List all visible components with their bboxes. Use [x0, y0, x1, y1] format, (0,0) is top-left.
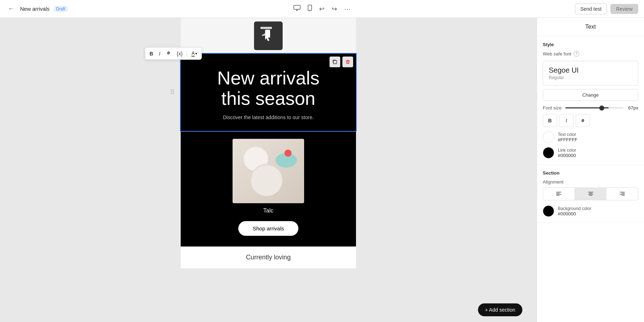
currently-loving-title: Currently loving: [191, 254, 345, 261]
font-size-slider[interactable]: [565, 107, 623, 108]
desktop-view-button[interactable]: [291, 4, 303, 14]
product-section: Talc Shop arrivals: [181, 131, 356, 247]
doc-title: New arrivals: [20, 6, 50, 12]
text-color-swatch[interactable]: [543, 131, 554, 143]
bg-color-hex: #000000: [558, 211, 591, 216]
link-color-swatch[interactable]: [543, 147, 554, 158]
copy-block-button[interactable]: [330, 57, 340, 67]
svg-rect-0: [294, 5, 300, 9]
font-style: Regular: [549, 75, 632, 80]
mobile-view-button[interactable]: [306, 3, 314, 14]
svg-rect-6: [333, 60, 337, 64]
more-options-button[interactable]: ⋯: [342, 4, 353, 14]
info-icon[interactable]: ?: [574, 51, 579, 57]
text-color-label: Text color: [558, 132, 577, 137]
align-right-icon: [619, 191, 625, 196]
canvas-area: B I {x} A ▾: [0, 18, 537, 322]
link-color-info: Link color #000000: [558, 148, 576, 158]
italic-toolbar-button[interactable]: I: [157, 49, 162, 58]
email-subtext[interactable]: Discover the latest additions to our sto…: [191, 114, 345, 120]
link-color-hex: #000000: [558, 153, 576, 158]
align-right-button[interactable]: [606, 187, 638, 200]
align-left-button[interactable]: [543, 187, 575, 200]
color-toolbar-dropdown[interactable]: A ▾: [189, 49, 199, 58]
header-logo-box: [254, 21, 283, 50]
product-image: [233, 139, 304, 203]
font-size-row: Font size 67px: [543, 105, 638, 111]
text-color-row: Text color #FFFFFF: [543, 131, 638, 143]
svg-rect-5: [260, 27, 272, 29]
format-buttons: B I: [543, 114, 638, 127]
bg-color-info: Background color #000000: [558, 206, 591, 216]
alignment-label: Alignment: [543, 179, 638, 185]
font-size-value: 67px: [627, 105, 638, 111]
link-color-row: Link color #000000: [543, 147, 638, 158]
font-size-label: Font size: [543, 105, 562, 111]
section-settings: Section Alignment: [537, 165, 644, 223]
draft-badge: Draft: [53, 6, 68, 12]
italic-format-button[interactable]: I: [559, 114, 574, 127]
main-layout: B I {x} A ▾: [0, 18, 644, 322]
dropdown-arrow: ▾: [195, 52, 197, 55]
add-section-button[interactable]: + Add section: [478, 303, 522, 316]
link-color-label: Link color: [558, 148, 576, 153]
copy-icon: [332, 59, 337, 64]
product-name: Talc: [263, 208, 273, 214]
block-drag-handle[interactable]: ⠿: [170, 88, 175, 96]
text-formatting-toolbar: B I {x} A ▾: [145, 47, 202, 60]
shop-arrivals-button[interactable]: Shop arrivals: [238, 221, 298, 236]
bold-format-button[interactable]: B: [543, 114, 557, 127]
redo-button[interactable]: ↪: [330, 4, 339, 14]
link-format-button[interactable]: [576, 114, 590, 127]
header-logo-icon: [259, 26, 278, 46]
delete-block-button[interactable]: [342, 57, 353, 67]
web-safe-font-label: Web safe font: [543, 51, 571, 57]
topbar-center: ↩ ↪ ⋯: [291, 3, 353, 14]
variable-toolbar-button[interactable]: {x}: [175, 49, 185, 58]
topbar-left: ← New arrivals Draft: [6, 4, 287, 14]
email-container: ⠿ New arrivals: [181, 18, 356, 268]
panel-title: Text: [537, 18, 644, 36]
toolbar-divider: [187, 50, 187, 57]
bg-color-label: Background color: [558, 206, 591, 211]
topbar-right: Send test Review: [357, 4, 638, 14]
alignment-buttons: [543, 187, 638, 200]
align-center-button[interactable]: [575, 187, 607, 200]
section-title-label: Section: [543, 170, 638, 176]
desktop-icon: [293, 5, 301, 11]
align-center-icon: [588, 191, 594, 196]
text-color-hex: #FFFFFF: [558, 137, 577, 142]
undo-button[interactable]: ↩: [317, 4, 327, 14]
trash-icon: [345, 59, 350, 64]
send-test-button[interactable]: Send test: [575, 4, 607, 14]
main-content-block[interactable]: ⠿ New arrivals: [181, 54, 356, 131]
right-panel: Text Style Web safe font ? Segoe UI Regu…: [537, 18, 644, 322]
bg-color-row: Background color #000000: [543, 205, 638, 217]
topbar: ← New arrivals Draft ↩ ↪ ⋯ Send test Rev…: [0, 0, 644, 18]
review-button[interactable]: Review: [610, 4, 638, 14]
link-format-icon: [580, 118, 585, 123]
font-preview-box: Segoe UI Regular: [543, 61, 638, 86]
back-button[interactable]: ←: [6, 4, 16, 14]
email-header: [181, 18, 356, 54]
block-actions: [330, 57, 353, 67]
text-color-info: Text color #FFFFFF: [558, 132, 577, 142]
style-section: Style Web safe font ? Segoe UI Regular C…: [537, 36, 644, 165]
link-icon: [166, 50, 171, 55]
change-font-button[interactable]: Change: [543, 89, 638, 101]
style-section-title: Style: [543, 42, 638, 47]
link-toolbar-button[interactable]: [164, 49, 173, 58]
color-a-label: A: [191, 50, 195, 57]
web-safe-font-row: Web safe font ?: [543, 51, 638, 57]
bold-toolbar-button[interactable]: B: [147, 49, 155, 58]
currently-loving-section: Currently loving: [181, 247, 356, 268]
font-name: Segoe UI: [549, 66, 632, 74]
bg-color-swatch[interactable]: [543, 205, 554, 217]
svg-point-4: [309, 10, 310, 10]
mobile-icon: [308, 5, 312, 11]
product-circle-2: [250, 164, 283, 196]
align-left-icon: [556, 191, 562, 196]
email-heading[interactable]: New arrivals this season: [191, 68, 345, 109]
